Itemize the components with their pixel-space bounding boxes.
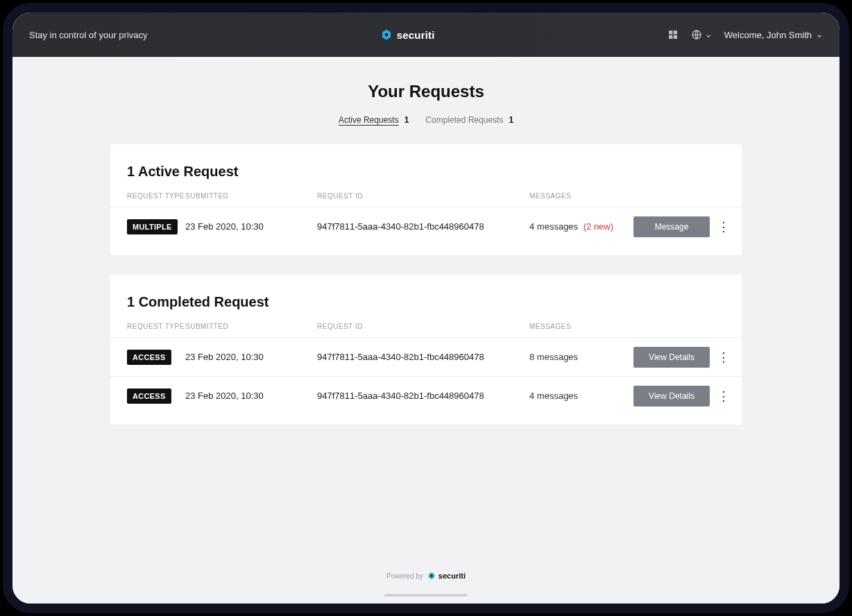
tab-label: Active Requests: [339, 115, 399, 125]
col-messages: MESSAGES: [529, 192, 633, 200]
svg-rect-1: [669, 31, 672, 34]
topbar-right: Welcome, John Smith: [667, 29, 823, 40]
brand-logo: securiti: [380, 28, 435, 41]
tab-count: 1: [509, 115, 513, 125]
messages-new: (2 new): [583, 221, 613, 232]
topbar: Stay in control of your privacy securiti: [12, 12, 840, 57]
submitted-cell: 23 Feb 2020, 10:30: [185, 391, 317, 401]
home-indicator: [384, 594, 468, 597]
table-row: ACCESS 23 Feb 2020, 10:30 947f7811-5aaa-…: [110, 337, 742, 376]
messages-cell: 4 messages (2 new): [529, 221, 633, 232]
more-menu-icon[interactable]: ⋮: [710, 350, 738, 365]
col-submitted: SUBMITTED: [185, 323, 317, 330]
tab-label: Completed Requests: [425, 115, 503, 125]
tabs: Active Requests 1 Completed Requests 1: [339, 115, 513, 125]
tab-count: 1: [404, 115, 409, 125]
request-type-badge: MULTIPLE: [127, 219, 178, 234]
svg-rect-4: [673, 35, 676, 39]
device-frame: Stay in control of your privacy securiti: [3, 3, 849, 613]
powered-by-text: Powered by: [386, 572, 423, 580]
more-menu-icon[interactable]: ⋮: [710, 388, 738, 404]
col-type: REQUEST TYPE: [127, 323, 185, 330]
submitted-cell: 23 Feb 2020, 10:30: [185, 352, 317, 362]
view-details-button[interactable]: View Details: [633, 347, 710, 368]
col-id: REQUEST ID: [317, 192, 529, 200]
screen: Stay in control of your privacy securiti: [12, 12, 840, 604]
active-requests-card: 1 Active Request REQUEST TYPE SUBMITTED …: [110, 144, 742, 255]
page-title: Your Requests: [368, 82, 484, 101]
view-details-button[interactable]: View Details: [633, 386, 710, 407]
chevron-down-icon: [705, 31, 712, 38]
content: Your Requests Active Requests 1 Complete…: [12, 57, 840, 604]
language-selector[interactable]: [691, 29, 712, 40]
tab-active-requests[interactable]: Active Requests 1: [339, 115, 409, 125]
welcome-text: Welcome, John Smith: [724, 30, 812, 40]
request-type-badge: ACCESS: [127, 388, 171, 404]
footer-brand: securiti: [427, 572, 466, 580]
svg-rect-3: [669, 35, 672, 39]
messages-cell: 4 messages: [529, 391, 633, 401]
message-button[interactable]: Message: [633, 216, 710, 237]
brand-name: securiti: [397, 29, 435, 41]
dashboard-icon[interactable]: [667, 29, 679, 40]
request-type-badge: ACCESS: [127, 350, 171, 365]
table-row: MULTIPLE 23 Feb 2020, 10:30 947f7811-5aa…: [110, 207, 742, 246]
brand: securiti: [380, 28, 435, 41]
col-submitted: SUBMITTED: [185, 192, 317, 200]
messages-cell: 8 messages: [529, 352, 633, 362]
messages-count: 4 messages: [529, 221, 578, 232]
request-id-cell: 947f7811-5aaa-4340-82b1-fbc448960478: [317, 221, 529, 232]
completed-requests-card: 1 Completed Request REQUEST TYPE SUBMITT…: [110, 275, 742, 425]
table-row: ACCESS 23 Feb 2020, 10:30 947f7811-5aaa-…: [110, 376, 742, 415]
col-messages: MESSAGES: [529, 323, 633, 330]
submitted-cell: 23 Feb 2020, 10:30: [185, 221, 317, 232]
section-heading: 1 Completed Request: [110, 275, 742, 323]
svg-point-6: [430, 575, 432, 577]
table-header: REQUEST TYPE SUBMITTED REQUEST ID MESSAG…: [110, 192, 742, 207]
tab-completed-requests[interactable]: Completed Requests 1: [425, 115, 513, 125]
footer-brand-name: securiti: [438, 572, 466, 580]
table-header: REQUEST TYPE SUBMITTED REQUEST ID MESSAG…: [110, 323, 742, 337]
svg-point-0: [384, 33, 388, 37]
col-type: REQUEST TYPE: [127, 192, 185, 200]
section-heading: 1 Active Request: [110, 144, 742, 192]
col-id: REQUEST ID: [317, 323, 529, 330]
footer: Powered by securiti: [386, 549, 466, 587]
more-menu-icon[interactable]: ⋮: [710, 219, 738, 234]
request-id-cell: 947f7811-5aaa-4340-82b1-fbc448960478: [317, 352, 529, 362]
request-id-cell: 947f7811-5aaa-4340-82b1-fbc448960478: [317, 391, 529, 401]
brand-logo-icon: [380, 28, 393, 41]
tagline: Stay in control of your privacy: [29, 30, 148, 40]
brand-logo-icon: [427, 572, 436, 580]
svg-rect-2: [673, 31, 676, 34]
user-menu[interactable]: Welcome, John Smith: [724, 30, 823, 40]
chevron-down-icon: [816, 31, 823, 38]
